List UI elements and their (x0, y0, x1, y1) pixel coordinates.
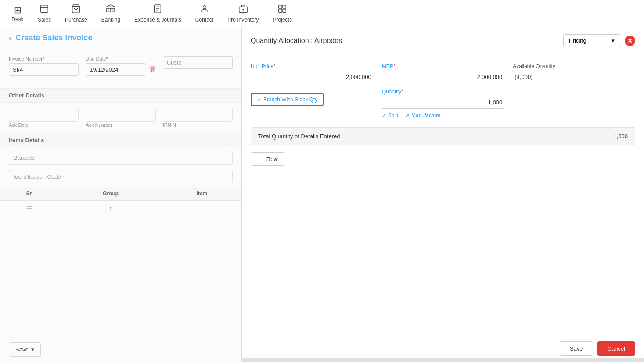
quantity-allocation-modal: Quantity Allocation : Airpodes Pricing ▾… (241, 27, 644, 362)
manufacture-link[interactable]: ➚ Manufacture (405, 112, 441, 118)
pricing-dropdown[interactable]: Pricing ▾ (563, 34, 620, 47)
row-group (162, 201, 241, 218)
unit-price-value[interactable]: 2,000.000 (251, 71, 373, 83)
invoice-number-input[interactable] (9, 63, 79, 76)
ack-date-input[interactable] (9, 108, 79, 122)
mrp-label: MRP* (382, 63, 504, 69)
irn-input[interactable] (163, 108, 233, 122)
irn-label: IRN N (163, 122, 233, 128)
other-details-section: Other Details (0, 88, 241, 103)
sales-invoice-panel: ‹ Create Sales Invoice Invoice Number* D… (0, 27, 241, 362)
ack-number-input[interactable] (86, 108, 155, 122)
svg-rect-16 (279, 5, 282, 8)
nav-purchase[interactable]: Purchase (58, 0, 94, 26)
branch-wise-btn-container: ➚ Branch Wise Stock Qty (251, 89, 373, 106)
barcode-row (0, 147, 241, 168)
modal-header-right: Pricing ▾ ✕ (563, 34, 635, 47)
quantity-actions: ➚ Split ➚ Manufacture (382, 112, 504, 118)
top-navigation: ⊞ Desk Sales Purchase Banking Expense & … (0, 0, 644, 27)
panel-title: Create Sales Invoice (15, 33, 92, 43)
nav-contact[interactable]: Contact (188, 0, 220, 26)
main-layout: ‹ Create Sales Invoice Invoice Number* D… (0, 27, 644, 362)
save-chevron-icon: ▾ (31, 346, 34, 353)
split-icon: ➚ (382, 112, 386, 118)
mrp-value[interactable]: 2,000.000 (382, 71, 504, 83)
col-item: Item (162, 187, 241, 201)
table-row: ☰ 1 (0, 201, 241, 218)
svg-rect-0 (41, 5, 48, 13)
col-group: Group (59, 187, 162, 201)
plus-icon: + (257, 156, 261, 162)
col-sr: Sr. (0, 187, 59, 201)
modal-title: Quantity Allocation : Airpodes (251, 37, 342, 45)
nav-banking[interactable]: Banking (94, 0, 127, 26)
bottom-bar: Save ▾ (0, 337, 241, 362)
link-icon: ➚ (257, 97, 261, 103)
nav-desk[interactable]: ⊞ Desk (4, 1, 31, 26)
nav-projects[interactable]: Projects (266, 0, 299, 26)
quantity-value[interactable]: 1,000 (382, 97, 504, 109)
nav-pro-inventory[interactable]: Pro Inventory (220, 0, 266, 26)
desk-icon: ⊞ (14, 5, 22, 15)
manufacture-icon: ➚ (405, 112, 410, 118)
modal-footer: Save Cancel (242, 335, 644, 362)
invoice-form: Invoice Number* Due Date* 📅 (0, 49, 241, 88)
invoice-number-label: Invoice Number* (9, 56, 79, 61)
svg-rect-18 (279, 9, 282, 12)
branch-wise-stock-qty-button[interactable]: ➚ Branch Wise Stock Qty (251, 93, 324, 106)
add-row-button[interactable]: + + Row (251, 152, 284, 166)
row-hamburger[interactable]: ☰ (0, 201, 59, 218)
total-qty-label: Total Quantity of Details Entered (258, 133, 340, 140)
top-fields-row: Unit Price* 2,000.000 ➚ Branch Wise Stoc… (251, 63, 635, 118)
nav-sales[interactable]: Sales (31, 0, 58, 26)
svg-rect-8 (155, 5, 161, 13)
row-sr: 1 (59, 201, 162, 218)
items-table-container: Sr. Group Item ☰ 1 (0, 187, 241, 218)
mrp-group: MRP* 2,000.000 Quantity* 1,000 ➚ Split (382, 63, 504, 118)
unit-price-group: Unit Price* 2,000.000 ➚ Branch Wise Stoc… (251, 63, 373, 106)
projects-icon (277, 4, 287, 16)
purchase-icon (71, 4, 81, 16)
expense-icon (153, 4, 162, 16)
pro-inventory-icon (238, 4, 248, 16)
ack-date-label: Ack Date (9, 122, 79, 128)
quantity-group: Quantity* 1,000 ➚ Split ➚ Manufacture (382, 89, 504, 118)
custom-input[interactable] (163, 56, 233, 69)
panel-header: ‹ Create Sales Invoice (0, 27, 241, 49)
sales-icon (40, 4, 49, 16)
contact-icon (200, 4, 209, 16)
close-modal-button[interactable]: ✕ (625, 36, 635, 46)
available-qty-group: Available Quantity (4,000) (513, 63, 635, 83)
nav-expense[interactable]: Expense & Journals (127, 0, 188, 26)
total-qty-value: 1,000 (613, 133, 628, 140)
svg-rect-17 (283, 5, 286, 8)
modal-header: Quantity Allocation : Airpodes Pricing ▾… (242, 27, 644, 54)
due-date-label: Due Date* (86, 56, 155, 61)
horizontal-scrollbar[interactable] (241, 358, 644, 362)
items-details-section: Items Details (0, 133, 241, 147)
quantity-label: Quantity* (382, 89, 504, 95)
calendar-icon[interactable]: 📅 (149, 66, 156, 73)
ack-number-label: Ack Number (86, 122, 155, 128)
split-link[interactable]: ➚ Split (382, 112, 398, 118)
back-button[interactable]: ‹ (9, 34, 11, 42)
total-qty-bar: Total Quantity of Details Entered 1,000 (251, 127, 635, 145)
close-icon: ✕ (627, 37, 633, 44)
due-date-input[interactable] (86, 63, 146, 76)
modal-cancel-button[interactable]: Cancel (597, 341, 635, 356)
svg-rect-19 (283, 9, 286, 12)
modal-body: Unit Price* 2,000.000 ➚ Branch Wise Stoc… (242, 54, 644, 335)
barcode-input[interactable] (9, 151, 233, 165)
svg-point-12 (203, 6, 206, 9)
identification-code-input[interactable] (9, 170, 233, 183)
modal-save-button[interactable]: Save (560, 341, 593, 356)
unit-price-label: Unit Price* (251, 63, 373, 69)
banking-icon (106, 4, 115, 16)
available-qty-label: Available Quantity (513, 63, 635, 69)
save-dropdown-button[interactable]: Save ▾ (9, 342, 41, 357)
pricing-chevron-icon: ▾ (612, 37, 615, 44)
available-qty-value: (4,000) (513, 71, 635, 83)
ack-row: Ack Date Ack Number IRN N (0, 103, 241, 133)
identification-row (0, 168, 241, 187)
